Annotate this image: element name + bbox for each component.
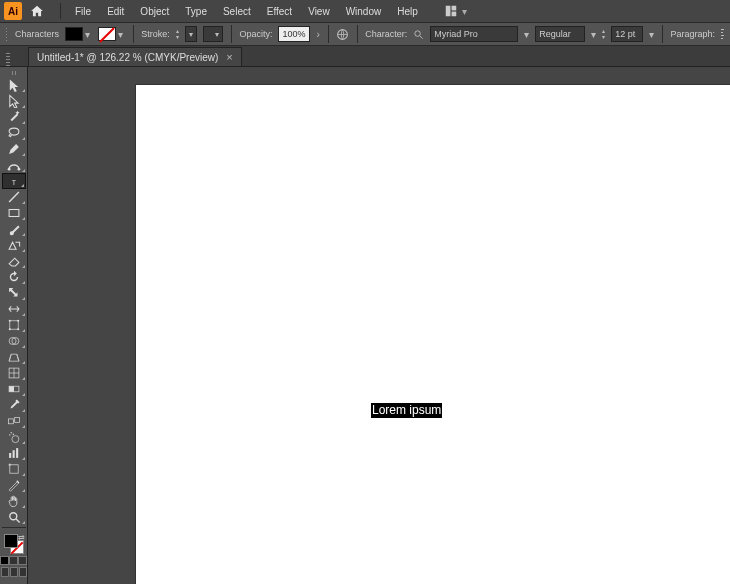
paragraph-panel-label[interactable]: Paragraph: (671, 29, 716, 39)
svg-point-26 (10, 432, 11, 433)
magic-wand-tool[interactable] (2, 109, 26, 125)
menu-help[interactable]: Help (389, 3, 426, 20)
direct-selection-tool[interactable] (2, 93, 26, 109)
menu-type[interactable]: Type (177, 3, 215, 20)
menu-select[interactable]: Select (215, 3, 259, 20)
draw-normal[interactable] (1, 567, 9, 577)
fill-dropdown[interactable]: ▾ (84, 29, 92, 40)
stroke-weight-select[interactable]: ▾ (185, 26, 197, 42)
stroke-swatch[interactable] (98, 27, 116, 41)
eyedropper-tool[interactable] (2, 397, 26, 413)
close-icon[interactable]: × (226, 52, 232, 62)
grip-icon[interactable] (11, 71, 17, 75)
grip-icon[interactable] (6, 27, 7, 41)
gradient-mode[interactable] (9, 556, 18, 565)
grip-icon[interactable] (6, 52, 10, 66)
slice-tool[interactable] (2, 477, 26, 493)
font-size-input[interactable] (611, 26, 643, 42)
pen-tool[interactable] (2, 141, 26, 157)
font-family-input[interactable] (430, 26, 518, 42)
svg-rect-31 (16, 448, 18, 458)
svg-rect-30 (12, 450, 14, 458)
type-tool[interactable]: T (2, 173, 26, 189)
column-graph-tool[interactable] (2, 445, 26, 461)
svg-rect-11 (9, 321, 17, 329)
font-style-input[interactable] (535, 26, 585, 42)
type-object-selected[interactable]: Lorem ipsum (371, 403, 442, 418)
swap-fill-stroke-icon[interactable]: ⇄ (18, 533, 25, 542)
symbol-sprayer-tool[interactable] (2, 429, 26, 445)
font-size-stepper[interactable]: ▴▾ (602, 26, 605, 42)
chevron-down-icon: ▾ (462, 6, 467, 17)
shaper-tool[interactable] (2, 237, 26, 253)
stroke-label: Stroke: (141, 29, 170, 39)
workspace-switcher[interactable]: ▾ (438, 2, 473, 20)
font-size-dropdown[interactable]: ▾ (649, 29, 654, 40)
home-icon[interactable] (28, 2, 46, 20)
stroke-weight-stepper[interactable]: ▴▾ (176, 26, 179, 42)
document-tab-title: Untitled-1* @ 126.22 % (CMYK/Preview) (37, 52, 218, 63)
svg-rect-29 (9, 453, 11, 458)
rectangle-tool[interactable] (2, 205, 26, 221)
curvature-tool[interactable] (2, 157, 26, 173)
document-tab[interactable]: Untitled-1* @ 126.22 % (CMYK/Preview) × (28, 47, 242, 66)
free-transform-tool[interactable] (2, 317, 26, 333)
menu-view[interactable]: View (300, 3, 338, 20)
svg-point-15 (17, 328, 19, 330)
none-mode[interactable] (18, 556, 27, 565)
character-panel-label[interactable]: Character: (365, 29, 407, 39)
font-search-icon[interactable] (413, 27, 424, 41)
stroke-dropdown[interactable]: ▾ (117, 29, 125, 40)
fill-swatch[interactable] (65, 27, 83, 41)
font-style-dropdown[interactable]: ▾ (591, 29, 596, 40)
fill-swatch[interactable] (4, 534, 18, 548)
opacity-input[interactable] (278, 26, 310, 42)
zoom-tool[interactable] (2, 509, 26, 525)
paintbrush-tool[interactable] (2, 221, 26, 237)
rotate-tool[interactable] (2, 269, 26, 285)
brush-definition-select[interactable]: ▾ (203, 26, 224, 42)
eraser-tool[interactable] (2, 253, 26, 269)
menu-object[interactable]: Object (132, 3, 177, 20)
artboard-tool[interactable] (2, 461, 26, 477)
recolor-artwork-icon[interactable] (336, 26, 349, 42)
svg-point-25 (11, 436, 18, 443)
svg-point-28 (9, 434, 10, 435)
mesh-tool[interactable] (2, 365, 26, 381)
svg-line-9 (9, 192, 19, 202)
svg-point-13 (17, 320, 19, 322)
blend-tool[interactable] (2, 413, 26, 429)
menu-effect[interactable]: Effect (259, 3, 300, 20)
draw-inside[interactable] (19, 567, 27, 577)
svg-point-27 (12, 434, 13, 435)
scale-tool[interactable] (2, 285, 26, 301)
line-segment-tool[interactable] (2, 189, 26, 205)
gradient-tool[interactable] (2, 381, 26, 397)
menu-window[interactable]: Window (338, 3, 390, 20)
shape-builder-tool[interactable] (2, 333, 26, 349)
align-left-icon[interactable] (721, 28, 724, 40)
svg-rect-0 (446, 6, 451, 17)
perspective-grid-tool[interactable] (2, 349, 26, 365)
svg-rect-23 (8, 419, 13, 424)
control-bar: Characters ▾ ▾ Stroke: ▴▾ ▾ ▾ Opacity: ›… (0, 22, 730, 46)
menu-edit[interactable]: Edit (99, 3, 132, 20)
fill-stroke-control[interactable]: ⇄ (4, 534, 24, 554)
font-family-dropdown[interactable]: ▾ (524, 29, 529, 40)
color-mode[interactable] (0, 556, 9, 565)
selection-tool[interactable] (2, 77, 26, 93)
divider (2, 527, 26, 528)
artboard[interactable] (136, 85, 730, 584)
lasso-tool[interactable] (2, 125, 26, 141)
canvas-viewport[interactable] (28, 67, 730, 584)
divider (60, 3, 61, 19)
svg-point-14 (8, 328, 10, 330)
width-tool[interactable] (2, 301, 26, 317)
menu-file[interactable]: File (67, 3, 99, 20)
svg-point-4 (415, 30, 421, 35)
draw-behind[interactable] (10, 567, 18, 577)
opacity-dropdown[interactable]: › (316, 29, 319, 40)
opacity-label: Opacity: (239, 29, 272, 39)
hand-tool[interactable] (2, 493, 26, 509)
svg-rect-22 (9, 386, 14, 392)
